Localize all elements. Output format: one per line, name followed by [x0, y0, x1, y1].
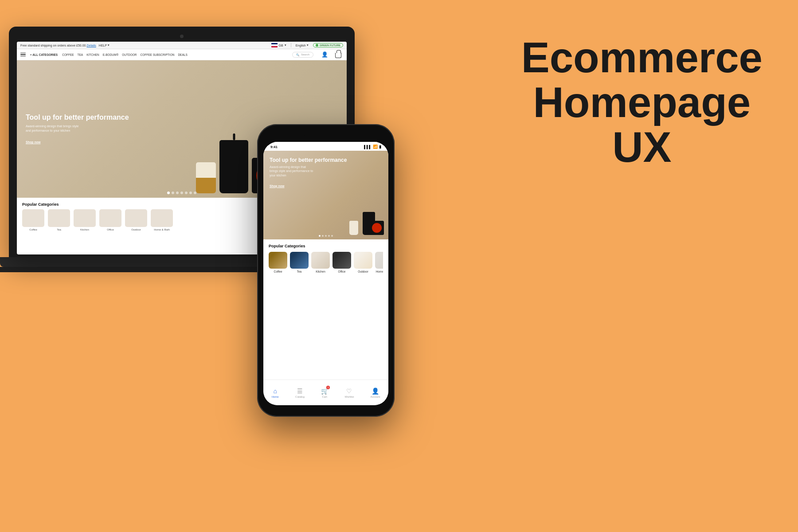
phone-status-bar: 9:41 ▌▌▌ 📶 ▮	[263, 142, 388, 151]
hamburger-menu-icon[interactable]	[20, 53, 26, 57]
green-dot-icon	[316, 44, 318, 47]
laptop-shop-now[interactable]: Shop now	[26, 141, 40, 144]
language-selector[interactable]: English ▾	[296, 43, 309, 47]
catalog-icon: ☰	[296, 387, 303, 395]
nav-deals[interactable]: DEALS	[178, 53, 187, 56]
laptop-hero-subtext: Award-winning design that brings style a…	[26, 124, 79, 133]
phone-body: 9:41 ▌▌▌ 📶 ▮ Tool up for better performa…	[257, 124, 395, 417]
phone-categories-heading: Popular Categories	[269, 244, 383, 248]
shipping-text: Free standard shipping on orders above £…	[20, 44, 86, 47]
phone-cat-coffee-img	[269, 252, 287, 269]
phone-cat-outdoor-label: Outdoor	[358, 270, 368, 273]
cat-item-outdoor[interactable]: Outdoor	[125, 209, 147, 231]
country-selector[interactable]: GB ▾	[271, 43, 286, 47]
nav-kitchen[interactable]: KITCHEN	[86, 53, 99, 56]
phone-shop-now[interactable]: Shop now	[270, 184, 284, 188]
phone-nav-cart[interactable]: 🛒 0 Cart	[321, 387, 328, 398]
phone-mini-scale	[370, 221, 384, 235]
divider	[291, 43, 291, 47]
user-icon[interactable]: 👤	[321, 51, 328, 58]
cat-coffee-label: Coffee	[29, 228, 37, 231]
phone-cat-homebath[interactable]: Home & Bath	[375, 252, 383, 273]
cat-office-img	[99, 209, 121, 227]
phone-nav-account[interactable]: 👤 Account	[371, 387, 380, 398]
laptop-navbar: ≡ ALL CATEGORIES COFFEE TEA KITCHEN E-BO…	[17, 49, 347, 60]
laptop-hero-text: Tool up for better performance Award-win…	[26, 113, 129, 145]
carousel-dot-5[interactable]	[185, 192, 188, 194]
nav-tea[interactable]: TEA	[78, 53, 83, 56]
nav-links: COFFEE TEA KITCHEN E-BODUM® OUTDOOR COFF…	[62, 53, 188, 56]
phone-dot-3[interactable]	[325, 235, 327, 237]
nav-outdoor[interactable]: OUTDOOR	[122, 53, 137, 56]
chevron-down-icon: ▾	[285, 43, 286, 47]
nav-coffee[interactable]: COFFEE	[62, 53, 74, 56]
chevron-down-icon: ▾	[307, 43, 309, 47]
phone-dot-5[interactable]	[331, 235, 333, 237]
phone-mini-cup	[349, 221, 358, 235]
cat-homebath-label: Home & Bath	[154, 228, 170, 231]
phone-cat-homebath-label: Home & Bath	[376, 270, 383, 273]
carousel-dot-2[interactable]	[172, 192, 174, 194]
nav-ebodum[interactable]: E-BODUM®	[103, 53, 118, 56]
cat-item-homebath[interactable]: Home & Bath	[151, 209, 173, 231]
phone-nav-catalog[interactable]: ☰ Catalog	[295, 387, 305, 398]
green-future-badge: GREEN FUTURE	[313, 43, 343, 47]
phone-dot-4[interactable]	[328, 235, 330, 237]
signal-bars-icon: ▌▌▌	[364, 145, 372, 149]
search-bar[interactable]: 🔍 Search	[292, 52, 313, 58]
all-categories-label[interactable]: ≡ ALL CATEGORIES	[30, 53, 58, 56]
cat-item-coffee[interactable]: Coffee	[22, 209, 44, 231]
carousel-dot-1[interactable]	[167, 192, 170, 194]
french-press-product	[219, 140, 248, 193]
page-title-area: Ecommerce Homepage UX	[521, 35, 763, 169]
phone-carousel-dots	[319, 235, 333, 237]
cat-item-office[interactable]: Office	[99, 209, 121, 231]
phone-hero-text: Tool up for better performance Award-win…	[270, 157, 382, 189]
account-icon: 👤	[372, 387, 379, 395]
phone-cat-outdoor-img	[354, 252, 372, 269]
nav-coffee-sub[interactable]: COFFEE SUBSCRIPTION	[140, 53, 174, 56]
phone-screen: 9:41 ▌▌▌ 📶 ▮ Tool up for better performa…	[263, 142, 388, 405]
search-placeholder: Search	[301, 53, 309, 56]
carousel-dot-3[interactable]	[176, 192, 179, 194]
phone-cat-outdoor[interactable]: Outdoor	[354, 252, 372, 273]
cat-office-label: Office	[107, 228, 114, 231]
cart-badge: 0	[326, 386, 330, 389]
battery-icon: ▮	[379, 145, 381, 149]
carousel-dot-4[interactable]	[180, 192, 183, 194]
phone-cat-tea[interactable]: Tea	[290, 252, 309, 273]
phone-cat-grid: Coffee Tea Kitchen Office	[269, 252, 383, 273]
phone-cat-tea-img	[290, 252, 309, 269]
phone-dot-2[interactable]	[322, 235, 324, 237]
laptop-hero-headline: Tool up for better performance	[26, 113, 129, 121]
phone-device: 9:41 ▌▌▌ 📶 ▮ Tool up for better performa…	[257, 124, 399, 426]
flag-icon	[271, 43, 278, 47]
cat-kitchen-img	[74, 209, 96, 227]
phone-nav-home[interactable]: ⌂ Home	[272, 387, 279, 398]
cat-coffee-img	[22, 209, 44, 227]
chevron-down-icon: ▾	[108, 43, 110, 47]
cat-outdoor-label: Outdoor	[131, 228, 141, 231]
phone-mini-scale-top	[372, 223, 382, 233]
top-bar-right: GB ▾ English ▾ GREEN FUTURE	[271, 43, 343, 47]
carousel-dot-6[interactable]	[189, 192, 192, 194]
phone-cat-office[interactable]: Office	[332, 252, 351, 273]
phone-cat-coffee[interactable]: Coffee	[269, 252, 287, 273]
cat-tea-label: Tea	[57, 228, 61, 231]
cat-item-tea[interactable]: Tea	[48, 209, 70, 231]
help-label[interactable]: HELP ▾	[99, 43, 110, 47]
phone-nav-wishlist[interactable]: ♡ Wishlist	[345, 387, 354, 398]
cart-icon[interactable]	[335, 53, 341, 58]
phone-dot-1[interactable]	[319, 235, 321, 237]
cat-item-kitchen[interactable]: Kitchen	[74, 209, 96, 231]
details-link[interactable]: Details	[86, 44, 96, 47]
phone-nav-home-label: Home	[272, 395, 279, 398]
cat-tea-img	[48, 209, 70, 227]
title-line2: Homepage	[521, 80, 763, 125]
wishlist-icon: ♡	[346, 387, 353, 395]
laptop-top-bar: Free standard shipping on orders above £…	[17, 42, 347, 49]
phone-cat-tea-label: Tea	[297, 270, 301, 273]
phone-cat-office-label: Office	[338, 270, 346, 273]
phone-cat-kitchen[interactable]: Kitchen	[311, 252, 330, 273]
cup-sleeve	[196, 178, 216, 193]
